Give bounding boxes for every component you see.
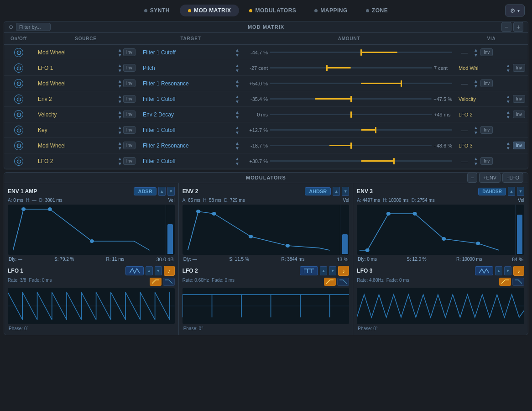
- env3-vel-bar: [515, 205, 524, 255]
- lfo1-header: LFO 1 ▲ ▼ ♪: [8, 266, 175, 276]
- row8-source-inv[interactable]: Inv: [123, 157, 136, 165]
- row2-target-up[interactable]: ▲▼: [234, 63, 240, 73]
- env3-arrow-down[interactable]: ▼: [517, 187, 524, 196]
- row2-via-inv[interactable]: Inv: [513, 64, 525, 72]
- env3-arrow-up[interactable]: ▲: [508, 187, 515, 196]
- tab-mod-matrix[interactable]: MOD MATRIX: [180, 5, 239, 16]
- row3-power[interactable]: ⏻: [14, 79, 23, 88]
- row3-source-up[interactable]: ▲▼: [117, 79, 123, 89]
- row6-source-up[interactable]: ▲▼: [117, 125, 123, 135]
- row4-via-inv[interactable]: Inv: [513, 95, 525, 103]
- env2-type-btn[interactable]: AHDSR: [305, 187, 331, 195]
- row6-slider[interactable]: [270, 129, 452, 131]
- lfo2-arrow-down[interactable]: ▼: [329, 266, 336, 275]
- env2-arrow-down[interactable]: ▼: [342, 187, 349, 196]
- tab-synth[interactable]: SYNTH: [136, 5, 178, 16]
- env2-header: ENV 2 AHDSR ▲ ▼: [183, 187, 349, 196]
- row2-via-up[interactable]: ▲▼: [505, 63, 511, 73]
- row8-via-inv[interactable]: Inv: [480, 157, 493, 165]
- row6-via-inv[interactable]: Inv: [480, 126, 493, 134]
- env3-type-btn[interactable]: DAHDSR: [478, 188, 506, 195]
- lfo2-wave-btn[interactable]: [300, 266, 318, 275]
- row2-source-up[interactable]: ▲▼: [117, 63, 123, 73]
- row5-via-inv[interactable]: Inv: [513, 111, 525, 118]
- lfo2-note-btn[interactable]: ♪: [338, 266, 349, 276]
- lfo2-shape-inv[interactable]: [337, 278, 349, 286]
- plus-button[interactable]: +: [513, 22, 523, 32]
- row6-source-inv[interactable]: Inv: [123, 126, 136, 134]
- row4-source-up[interactable]: ▲▼: [117, 94, 123, 104]
- row1-target-up[interactable]: ▲▼: [234, 47, 240, 58]
- lfo2-arrow-up[interactable]: ▲: [320, 266, 327, 275]
- row4-source-inv[interactable]: Inv: [123, 95, 136, 103]
- row1-via-up[interactable]: ▲▼: [473, 47, 479, 58]
- row7-via-up[interactable]: ▲▼: [505, 141, 511, 151]
- env1-arrow-down[interactable]: ▼: [167, 187, 175, 196]
- row5-target-up[interactable]: ▲▼: [234, 110, 240, 120]
- filter-select[interactable]: Filter by...: [16, 23, 51, 31]
- row6-via-up[interactable]: ▲▼: [473, 125, 479, 135]
- row5-slider[interactable]: [270, 114, 432, 115]
- row7-source-inv[interactable]: Inv: [123, 142, 136, 149]
- row8-power[interactable]: ⏻: [14, 157, 23, 166]
- lfo1-shape-fade[interactable]: [150, 278, 162, 286]
- row3-via-up[interactable]: ▲▼: [473, 79, 479, 89]
- row4-slider[interactable]: [270, 98, 432, 100]
- row3-target-up[interactable]: ▲▼: [234, 79, 240, 89]
- lfo3-wave-btn[interactable]: [475, 266, 493, 275]
- row4-power[interactable]: ⏻: [14, 95, 23, 104]
- minus-button[interactable]: −: [501, 22, 511, 32]
- row4-target-up[interactable]: ▲▼: [234, 94, 240, 104]
- lfo3-shape-inv[interactable]: [512, 278, 524, 286]
- lfo3-arrow-up[interactable]: ▲: [495, 266, 502, 275]
- lfo3-arrow-down[interactable]: ▼: [504, 266, 511, 275]
- add-lfo-button[interactable]: +LFO: [502, 173, 523, 183]
- tab-mapping[interactable]: MAPPING: [306, 5, 356, 16]
- env1-type-btn[interactable]: ADSR: [134, 187, 156, 195]
- row1-source-inv[interactable]: Inv: [123, 48, 136, 56]
- lfo3-inv-icon: [515, 279, 522, 285]
- row5-source-up[interactable]: ▲▼: [117, 110, 123, 120]
- row8-via-up[interactable]: ▲▼: [473, 156, 479, 166]
- tab-zone[interactable]: ZONE: [358, 5, 396, 16]
- row1-source-up[interactable]: ▲▼: [117, 47, 123, 58]
- tab-mod-matrix-label: MOD MATRIX: [194, 7, 231, 14]
- row8-target-up[interactable]: ▲▼: [234, 156, 240, 166]
- row5-source-inv[interactable]: Inv: [123, 111, 136, 118]
- row4-via-up[interactable]: ▲▼: [505, 94, 511, 104]
- lfo1-wave-btn[interactable]: [125, 266, 144, 275]
- row3-via-inv[interactable]: Inv: [480, 79, 493, 87]
- row1-via-inv[interactable]: Inv: [480, 48, 493, 56]
- lfo3-note-btn[interactable]: ♪: [513, 266, 524, 276]
- row2-slider[interactable]: [270, 67, 432, 68]
- row8-source-up[interactable]: ▲▼: [117, 156, 123, 166]
- row5-power[interactable]: ⏻: [14, 110, 23, 119]
- row7-target-up[interactable]: ▲▼: [234, 141, 240, 151]
- lfo1-arrow-down[interactable]: ▼: [155, 266, 162, 275]
- row7-slider[interactable]: [270, 145, 432, 146]
- row2-power[interactable]: ⏻: [14, 63, 23, 73]
- row1-slider[interactable]: [270, 52, 452, 53]
- tab-modulators[interactable]: MODULATORS: [241, 5, 304, 16]
- row5-via-up[interactable]: ▲▼: [505, 110, 511, 120]
- lfo1-note-btn[interactable]: ♪: [164, 266, 175, 276]
- settings-button[interactable]: ⚙ ▾: [505, 5, 525, 17]
- lfo3-shape-fade[interactable]: [499, 278, 511, 286]
- lfo1-shape-inv[interactable]: [163, 278, 175, 286]
- lfo2-shape-fade[interactable]: [324, 278, 336, 286]
- row3-source-inv[interactable]: Inv: [123, 79, 136, 87]
- row1-power[interactable]: ⏻: [14, 48, 23, 57]
- row7-via-inv[interactable]: Inv: [513, 142, 525, 149]
- row7-source-up[interactable]: ▲▼: [117, 141, 123, 151]
- env2-arrow-up[interactable]: ▲: [333, 187, 340, 196]
- add-env-button[interactable]: +ENV: [479, 173, 501, 183]
- row2-source-inv[interactable]: Inv: [123, 64, 136, 72]
- row6-target-up[interactable]: ▲▼: [234, 125, 240, 135]
- row7-power[interactable]: ⏻: [14, 141, 23, 150]
- row6-power[interactable]: ⏻: [14, 126, 23, 135]
- env1-arrow-up[interactable]: ▲: [158, 187, 166, 196]
- row3-slider[interactable]: [270, 83, 452, 84]
- mod-minus-button[interactable]: −: [467, 173, 477, 183]
- row8-slider[interactable]: [270, 160, 452, 162]
- lfo1-arrow-up[interactable]: ▲: [146, 266, 153, 275]
